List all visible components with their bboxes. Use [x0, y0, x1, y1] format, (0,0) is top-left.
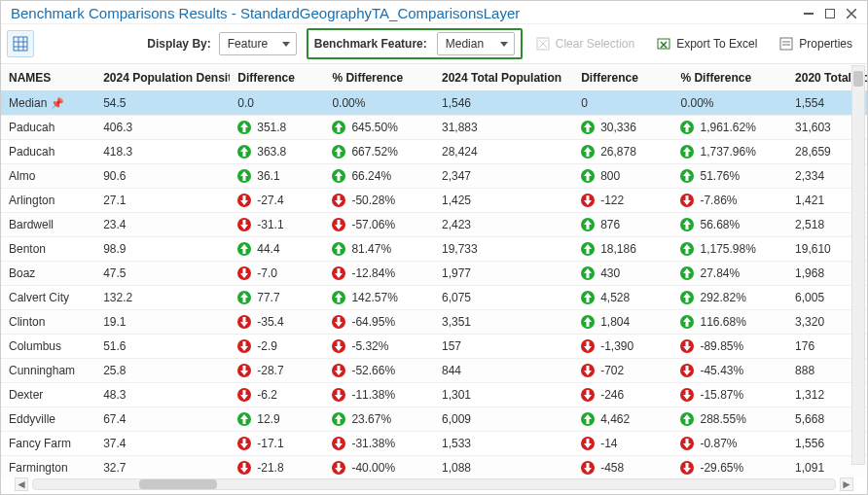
down-arrow-icon	[332, 315, 345, 329]
close-button[interactable]	[844, 6, 859, 21]
down-arrow-icon	[680, 388, 694, 402]
cell-pct-2: 51.76%	[672, 164, 787, 189]
up-arrow-icon	[332, 412, 345, 426]
cell-name: Fancy Farm	[1, 432, 95, 456]
up-arrow-icon	[237, 121, 251, 134]
cell-total-pop: 157	[434, 335, 573, 359]
col-pop-density[interactable]: 2024 Population Density	[95, 65, 230, 91]
down-arrow-icon	[680, 339, 694, 353]
table-row[interactable]: Cunningham25.8-28.7-52.66%844-702-45.43%…	[1, 359, 867, 383]
up-arrow-icon	[680, 218, 694, 231]
cell-name: Arlington	[1, 189, 95, 213]
horizontal-scrollbar[interactable]	[32, 478, 836, 490]
scroll-left-button[interactable]: ◄	[15, 477, 28, 491]
cell-diff-2: 876	[573, 213, 672, 237]
minimize-button[interactable]	[801, 6, 816, 21]
table-row[interactable]: Fancy Farm37.4-17.1-31.38%1,533-14-0.87%…	[1, 432, 867, 456]
cell-diff-1: -28.7	[230, 359, 324, 383]
col-difference-1[interactable]: Difference	[230, 65, 324, 91]
cell-pop-density: 51.6	[95, 335, 230, 359]
cell-pct-1: -57.06%	[324, 213, 434, 237]
grid-view-button[interactable]	[7, 30, 34, 57]
cell-total-pop: 2,347	[434, 164, 573, 189]
cell-pct-1: -40.00%	[324, 456, 434, 477]
col-pct-difference-1[interactable]: % Difference	[324, 65, 434, 91]
up-arrow-icon	[680, 242, 694, 256]
cell-diff-1: -7.0	[230, 262, 324, 286]
table-row[interactable]: Arlington27.1-27.4-50.28%1,425-122-7.86%…	[1, 189, 867, 213]
cell-name: Calvert City	[1, 286, 95, 310]
table-row[interactable]: Benton98.944.481.47%19,73318,1861,175.98…	[1, 237, 867, 262]
up-arrow-icon	[581, 266, 595, 280]
table-row[interactable]: Median 📌54.50.00.00%1,54600.00%1,554	[1, 91, 867, 116]
cell-diff-1: 363.8	[230, 140, 324, 164]
cell-total-pop: 6,075	[434, 286, 573, 310]
table-row[interactable]: Almo90.636.166.24%2,34780051.76%2,334	[1, 164, 867, 189]
down-arrow-icon	[581, 339, 595, 353]
properties-button[interactable]: Properties	[770, 31, 861, 56]
cell-diff-1: -17.1	[230, 432, 324, 456]
benchmark-feature-select[interactable]: Median	[437, 32, 515, 55]
table-row[interactable]: Paducah418.3363.8667.52%28,42426,8781,73…	[1, 140, 867, 164]
table-row[interactable]: Columbus51.6-2.9-5.32%157-1,390-89.85%17…	[1, 335, 867, 359]
down-arrow-icon	[237, 315, 251, 329]
col-names[interactable]: NAMES	[1, 65, 95, 91]
benchmark-feature-group: Benchmark Feature: Median	[307, 28, 523, 59]
up-arrow-icon	[680, 315, 694, 329]
table-row[interactable]: Calvert City132.277.7142.57%6,0754,52829…	[1, 286, 867, 310]
display-by-select[interactable]: Feature	[219, 32, 297, 55]
col-pct-difference-2[interactable]: % Difference	[672, 65, 787, 91]
cell-pct-1: -12.84%	[324, 262, 434, 286]
cell-diff-1: -27.4	[230, 189, 324, 213]
col-total-pop[interactable]: 2024 Total Population	[434, 65, 573, 91]
cell-diff-1: -31.1	[230, 213, 324, 237]
down-arrow-icon	[332, 388, 345, 402]
cell-total-pop: 19,733	[434, 237, 573, 262]
up-arrow-icon	[680, 291, 694, 304]
cell-pct-1: 142.57%	[324, 286, 434, 310]
down-arrow-icon	[332, 437, 345, 450]
clear-selection-button[interactable]: Clear Selection	[526, 31, 643, 56]
up-arrow-icon	[581, 242, 595, 256]
maximize-button[interactable]	[822, 6, 838, 21]
cell-pct-2: -7.86%	[672, 189, 787, 213]
cell-name: Almo	[1, 164, 95, 189]
cell-total-pop: 6,009	[434, 407, 573, 432]
display-by-label: Display By:	[147, 37, 210, 51]
up-arrow-icon	[332, 169, 345, 183]
cell-pop-density: 19.1	[95, 310, 230, 335]
cell-total-pop: 2,423	[434, 213, 573, 237]
down-arrow-icon	[237, 194, 251, 207]
down-arrow-icon	[332, 194, 345, 207]
cell-diff-2: -1,390	[573, 335, 672, 359]
export-excel-button[interactable]: Export To Excel	[647, 31, 766, 56]
svg-rect-13	[780, 38, 792, 50]
up-arrow-icon	[332, 121, 345, 134]
table-row[interactable]: Paducah406.3351.8645.50%31,88330,3361,96…	[1, 116, 867, 140]
title-bar: Benchmark Comparisons Results - Standard…	[1, 1, 867, 24]
up-arrow-icon	[680, 266, 694, 280]
results-grid: NAMES 2024 Population Density Difference…	[1, 65, 867, 477]
cell-name: Farmington	[1, 456, 95, 477]
table-row[interactable]: Dexter48.3-6.2-11.38%1,301-246-15.87%1,3…	[1, 383, 867, 407]
up-arrow-icon	[581, 218, 595, 231]
cell-diff-2: 800	[573, 164, 672, 189]
table-row[interactable]: Bardwell23.4-31.1-57.06%2,42387656.68%2,…	[1, 213, 867, 237]
table-row[interactable]: Eddyville67.412.923.67%6,0094,462288.55%…	[1, 407, 867, 432]
down-arrow-icon	[680, 194, 694, 207]
col-difference-2[interactable]: Difference	[573, 65, 672, 91]
cell-pct-2: 1,175.98%	[672, 237, 787, 262]
vertical-scrollbar[interactable]	[851, 65, 865, 465]
cell-pct-1: 81.47%	[324, 237, 434, 262]
scroll-right-button[interactable]: ►	[840, 477, 853, 491]
table-row[interactable]: Clinton19.1-35.4-64.95%3,3511,804116.68%…	[1, 310, 867, 335]
down-arrow-icon	[332, 266, 345, 280]
up-arrow-icon	[237, 145, 251, 159]
table-row[interactable]: Farmington32.7-21.8-40.00%1,088-458-29.6…	[1, 456, 867, 477]
cell-pop-density: 48.3	[95, 383, 230, 407]
up-arrow-icon	[237, 169, 251, 183]
benchmark-feature-label: Benchmark Feature:	[314, 37, 427, 51]
cell-pct-1: 0.00%	[324, 91, 434, 116]
export-excel-label: Export To Excel	[676, 37, 757, 51]
table-row[interactable]: Boaz47.5-7.0-12.84%1,97743027.84%1,968	[1, 262, 867, 286]
